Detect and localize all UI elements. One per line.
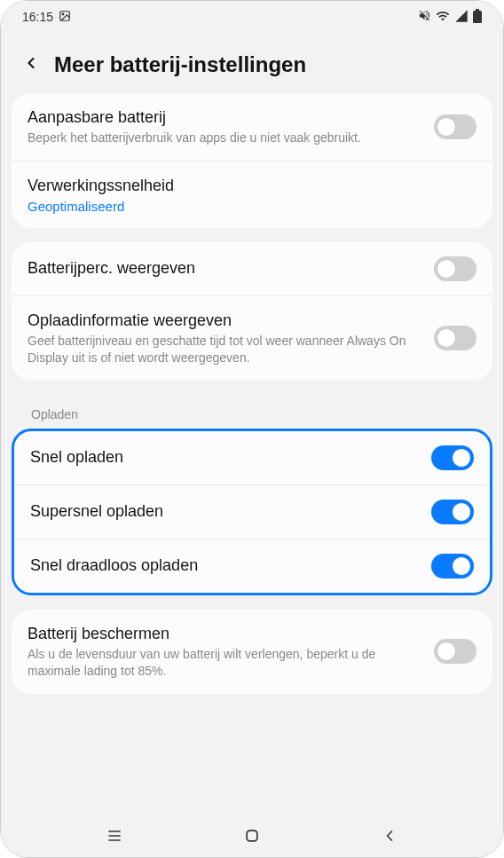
row-protect-battery[interactable]: Batterij beschermen Als u de levensduur … <box>12 610 492 694</box>
svg-rect-7 <box>247 830 257 841</box>
wifi-icon <box>436 9 450 26</box>
battery-percentage-title: Batterijperc. weergeven <box>28 258 423 279</box>
nav-bar <box>1 815 503 857</box>
page-header: Meer batterij-instellingen <box>1 33 503 93</box>
battery-icon <box>473 9 482 26</box>
protect-battery-title: Batterij beschermen <box>28 624 423 644</box>
svg-rect-3 <box>476 9 479 11</box>
protect-battery-subtitle: Als u de levensduur van uw batterij wilt… <box>28 646 423 680</box>
row-wireless-fast-charging[interactable]: Snel draadloos opladen <box>14 539 490 593</box>
nav-back-button[interactable] <box>372 818 407 854</box>
adaptive-battery-toggle[interactable] <box>434 114 476 139</box>
svg-rect-2 <box>473 11 482 23</box>
card-protect-battery: Batterij beschermen Als u de levensduur … <box>12 610 492 694</box>
status-bar: 16:15 <box>1 1 503 33</box>
fast-charging-toggle[interactable] <box>431 445 474 470</box>
row-super-fast-charging[interactable]: Supersnel opladen <box>14 484 490 539</box>
protect-battery-toggle[interactable] <box>434 639 476 664</box>
charge-info-toggle[interactable] <box>434 326 476 350</box>
processing-speed-title: Verwerkingssnelheid <box>28 176 466 196</box>
row-adaptive-battery[interactable]: Aanpasbare batterij Beperk het batterijv… <box>12 93 492 161</box>
wireless-fast-charging-toggle[interactable] <box>431 554 474 579</box>
content-scroll[interactable]: Aanpasbare batterij Beperk het batterijv… <box>1 93 503 815</box>
row-battery-percentage[interactable]: Batterijperc. weergeven <box>12 242 492 295</box>
page-title: Meer batterij-instellingen <box>54 52 306 77</box>
nav-home-button[interactable] <box>234 818 270 854</box>
mute-icon <box>418 9 431 25</box>
card-display-options: Batterijperc. weergeven Oplaadinformatie… <box>12 242 492 381</box>
svg-point-1 <box>62 13 64 15</box>
wireless-fast-charging-title: Snel draadloos opladen <box>30 555 421 576</box>
picture-icon <box>59 10 71 25</box>
processing-speed-value: Geoptimaliseerd <box>28 199 466 214</box>
charge-info-subtitle: Geef batterijniveau en geschatte tijd to… <box>28 333 423 366</box>
card-charging-options: Snel opladen Supersnel opladen Snel draa… <box>12 429 492 595</box>
fast-charging-title: Snel opladen <box>30 447 421 468</box>
back-button[interactable] <box>22 52 40 77</box>
super-fast-charging-toggle[interactable] <box>431 500 474 524</box>
adaptive-battery-title: Aanpasbare batterij <box>28 107 423 128</box>
charge-info-title: Oplaadinformatie weergeven <box>28 311 423 331</box>
card-adaptive-processing: Aanpasbare batterij Beperk het batterijv… <box>12 93 492 228</box>
battery-percentage-toggle[interactable] <box>434 256 476 281</box>
signal-icon <box>454 9 469 26</box>
row-charge-info[interactable]: Oplaadinformatie weergeven Geef batterij… <box>12 295 492 381</box>
nav-recents-button[interactable] <box>97 818 132 854</box>
adaptive-battery-subtitle: Beperk het batterijverbruik van apps die… <box>28 130 423 146</box>
section-label-charging: Opladen <box>12 395 492 429</box>
row-fast-charging[interactable]: Snel opladen <box>14 431 490 484</box>
super-fast-charging-title: Supersnel opladen <box>30 501 421 522</box>
row-processing-speed[interactable]: Verwerkingssnelheid Geoptimaliseerd <box>12 161 492 227</box>
status-time: 16:15 <box>22 10 53 24</box>
